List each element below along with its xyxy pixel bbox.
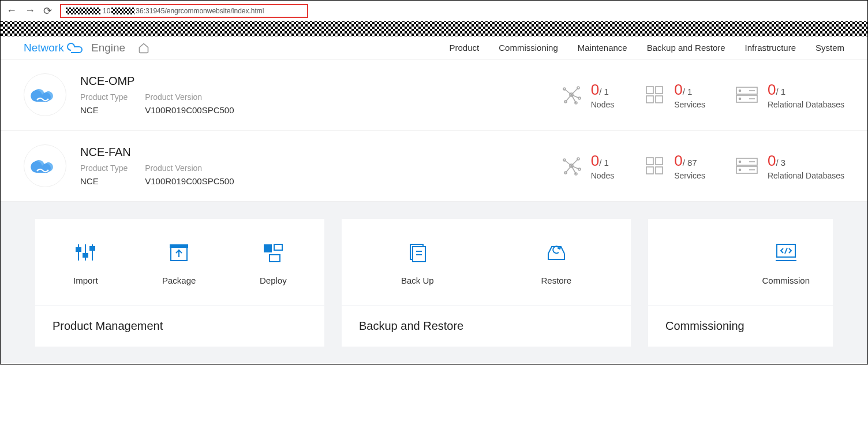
svg-line-8 [564, 89, 571, 95]
stat-services[interactable]: 0/ 87 Services [643, 152, 705, 180]
stat-rdb[interactable]: 0/ 3 Relational Databases [734, 152, 844, 180]
card-title: Commissioning [648, 305, 833, 347]
svg-rect-37 [656, 158, 663, 165]
main-nav: Product Commissioning Maintenance Backup… [450, 43, 844, 53]
action-restore[interactable]: Restore [541, 239, 572, 285]
svg-line-32 [571, 159, 578, 166]
card-commissioning: Commission Commissioning [648, 219, 833, 347]
product-row: NCE-OMP Product Type NCE Product Version… [1, 59, 867, 131]
svg-point-20 [739, 98, 740, 100]
svg-rect-14 [656, 87, 663, 94]
product-type-value: NCE [80, 176, 128, 186]
product-type-label: Product Type [80, 92, 128, 102]
stat-nodes[interactable]: 0/ 1 Nodes [560, 81, 614, 109]
svg-point-23 [37, 170, 39, 172]
nav-product[interactable]: Product [450, 43, 480, 53]
svg-point-43 [739, 169, 740, 171]
redacted-area [111, 8, 134, 14]
home-icon[interactable] [138, 42, 149, 54]
redacted-tab-strip [1, 21, 867, 36]
product-list: NCE-OMP Product Type NCE Product Version… [1, 59, 867, 202]
action-label: Import [73, 276, 98, 285]
action-deploy[interactable]: Deploy [260, 239, 287, 285]
browser-toolbar: ← → ⟳ 10 36:31945/engrcommonwebsite/inde… [1, 1, 867, 21]
url-prefix: 10 [103, 7, 110, 15]
nav-backup-restore[interactable]: Backup and Restore [647, 43, 725, 53]
svg-point-42 [739, 161, 740, 163]
quick-action-cards: Import Package Deploy Product Management… [1, 202, 867, 364]
cloud-icon [24, 144, 66, 187]
svg-point-1 [47, 99, 49, 101]
product-name: NCE-OMP [80, 75, 234, 88]
services-icon [643, 83, 666, 106]
forward-button[interactable]: → [25, 5, 35, 17]
action-import[interactable]: Import [73, 239, 98, 285]
svg-rect-51 [90, 247, 95, 250]
product-version-value: V100R019C00SPC500 [145, 176, 234, 186]
stat-rdb[interactable]: 0/ 1 Relational Databases [734, 81, 844, 109]
action-label: Restore [541, 276, 572, 285]
action-label: Commission [762, 276, 810, 285]
svg-line-34 [566, 166, 571, 173]
action-package[interactable]: Package [162, 239, 196, 285]
product-version-label: Product Version [145, 163, 234, 173]
nodes-icon [560, 154, 583, 177]
backup-icon [401, 239, 434, 266]
svg-rect-38 [646, 167, 653, 174]
nav-infrastructure[interactable]: Infrastructure [745, 43, 796, 53]
nav-system[interactable]: System [815, 43, 844, 53]
action-backup[interactable]: Back Up [401, 239, 434, 285]
sliders-icon [73, 239, 98, 266]
svg-line-64 [785, 248, 787, 254]
product-type-label: Product Type [80, 163, 128, 173]
reload-button[interactable]: ⟳ [43, 5, 52, 17]
card-product-management: Import Package Deploy Product Management [35, 219, 324, 347]
back-button[interactable]: ← [6, 5, 17, 17]
restore-icon [541, 239, 572, 266]
package-icon [162, 239, 196, 266]
brand-logo[interactable]: Network Engine [24, 41, 125, 54]
product-type-value: NCE [80, 105, 128, 115]
svg-rect-16 [656, 96, 663, 103]
action-label: Deploy [260, 276, 287, 285]
product-version-label: Product Version [145, 92, 234, 102]
action-label: Package [162, 276, 196, 285]
database-icon [734, 85, 760, 105]
nav-maintenance[interactable]: Maintenance [578, 43, 627, 53]
svg-rect-56 [274, 244, 282, 250]
card-backup-restore: Back Up Restore Backup and Restore [342, 219, 631, 347]
svg-rect-49 [76, 248, 81, 251]
code-monitor-icon [762, 239, 810, 266]
address-bar[interactable]: 10 36:31945/engrcommonwebsite/index.html [60, 4, 308, 18]
action-commission[interactable]: Commission [762, 239, 810, 285]
services-icon [643, 154, 666, 177]
database-icon [734, 156, 760, 176]
svg-rect-50 [83, 254, 88, 257]
svg-line-9 [571, 88, 578, 95]
product-version-value: V100R019C00SPC500 [145, 105, 234, 115]
stat-services[interactable]: 0/ 1 Services [643, 81, 705, 109]
redacted-area [66, 8, 100, 14]
svg-point-19 [739, 90, 740, 92]
nodes-icon [560, 83, 583, 106]
svg-point-24 [47, 170, 49, 172]
svg-point-0 [37, 99, 39, 101]
card-title: Product Management [35, 305, 324, 347]
svg-rect-57 [270, 255, 280, 262]
cloud-icon [24, 73, 66, 116]
action-label: Back Up [401, 276, 434, 285]
svg-rect-13 [646, 87, 653, 94]
svg-rect-53 [170, 244, 188, 248]
header-bar: Network Engine Product Commissioning Mai… [1, 36, 867, 59]
svg-rect-39 [656, 167, 663, 174]
nav-commissioning[interactable]: Commissioning [499, 43, 558, 53]
deploy-icon [260, 239, 287, 266]
product-row: NCE-FAN Product Type NCE Product Version… [1, 131, 867, 202]
svg-rect-15 [646, 96, 653, 103]
svg-rect-36 [646, 158, 653, 165]
stat-nodes[interactable]: 0/ 1 Nodes [560, 152, 614, 180]
svg-line-31 [564, 160, 571, 166]
svg-line-11 [566, 95, 571, 102]
card-title: Backup and Restore [342, 305, 631, 347]
url-text: 36:31945/engrcommonwebsite/index.html [136, 7, 264, 15]
